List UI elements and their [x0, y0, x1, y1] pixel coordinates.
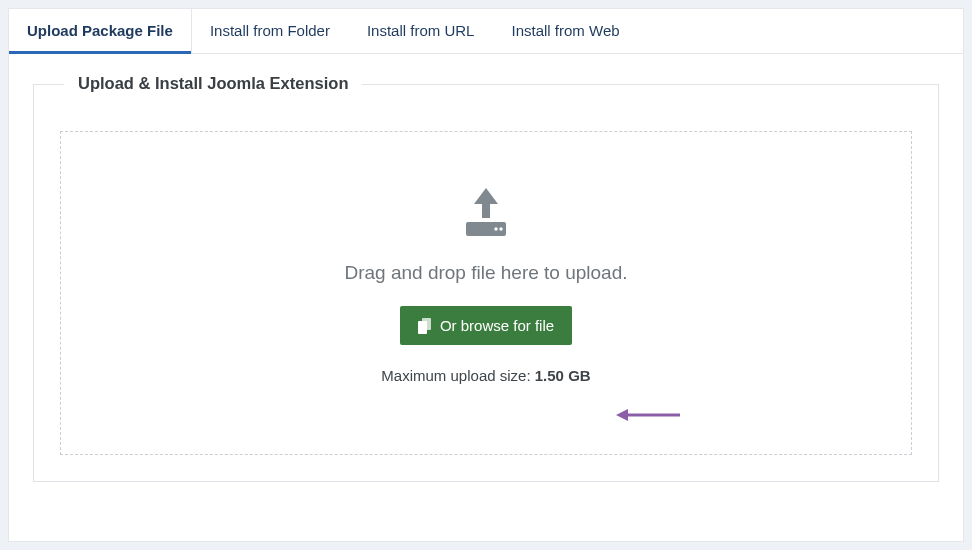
upload-fieldset: Upload & Install Joomla Extension Drag a… — [33, 84, 939, 482]
tab-upload-package-file[interactable]: Upload Package File — [9, 9, 192, 53]
upload-icon — [456, 188, 516, 240]
install-tabs: Upload Package File Install from Folder … — [9, 9, 963, 54]
dropzone-instruction: Drag and drop file here to upload. — [81, 262, 891, 284]
max-upload-size: Maximum upload size: 1.50 GB — [81, 367, 891, 384]
svg-rect-4 — [422, 318, 431, 330]
installer-panel: Upload Package File Install from Folder … — [8, 8, 964, 542]
tab-install-from-web[interactable]: Install from Web — [493, 9, 638, 53]
max-upload-label: Maximum upload size: — [381, 367, 534, 384]
browse-button-label: Or browse for file — [440, 317, 554, 334]
tab-install-from-url[interactable]: Install from URL — [349, 9, 494, 53]
file-dropzone[interactable]: Drag and drop file here to upload. Or br… — [60, 131, 912, 455]
tab-label: Upload Package File — [27, 22, 173, 39]
max-upload-value: 1.50 GB — [535, 367, 591, 384]
tab-label: Install from Web — [511, 22, 619, 39]
svg-marker-6 — [616, 409, 628, 421]
browse-file-button[interactable]: Or browse for file — [400, 306, 572, 345]
svg-point-1 — [494, 227, 497, 230]
fieldset-legend: Upload & Install Joomla Extension — [64, 74, 362, 93]
tab-content: Upload & Install Joomla Extension Drag a… — [9, 54, 963, 506]
tab-label: Install from Folder — [210, 22, 330, 39]
copy-icon — [418, 318, 432, 334]
tab-label: Install from URL — [367, 22, 475, 39]
annotation-arrow-icon — [616, 408, 680, 422]
svg-point-2 — [499, 227, 502, 230]
tab-install-from-folder[interactable]: Install from Folder — [192, 9, 349, 53]
